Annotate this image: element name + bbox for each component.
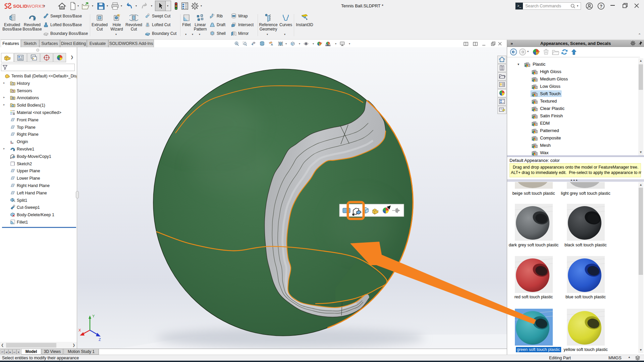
svg-text:SOLID: SOLID	[13, 4, 28, 9]
svg-text:A: A	[12, 97, 14, 99]
svg-text:WORKS: WORKS	[27, 4, 45, 9]
svg-text:?: ?	[600, 4, 602, 9]
svg-text:A: A	[271, 43, 273, 46]
